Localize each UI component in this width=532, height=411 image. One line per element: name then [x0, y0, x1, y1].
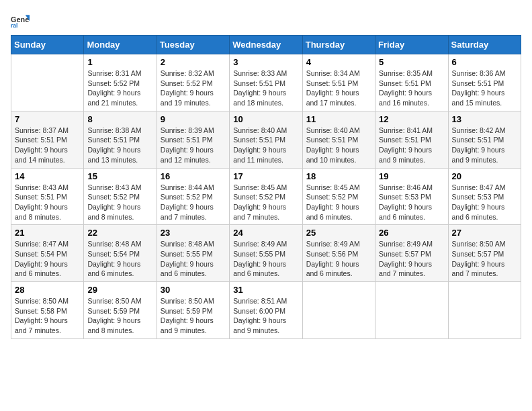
- day-info: Sunrise: 8:49 AMSunset: 5:56 PMDaylight:…: [306, 239, 371, 279]
- calendar-cell: 28Sunrise: 8:50 AMSunset: 5:58 PMDayligh…: [11, 282, 84, 339]
- day-info: Sunrise: 8:45 AMSunset: 5:52 PMDaylight:…: [306, 183, 371, 222]
- day-number: 25: [306, 228, 371, 238]
- day-number: 8: [87, 114, 152, 124]
- day-number: 24: [233, 228, 298, 238]
- calendar-cell: 1Sunrise: 8:31 AMSunset: 5:52 PMDaylight…: [84, 54, 157, 111]
- svg-text:ral: ral: [11, 22, 17, 29]
- logo: Gene ral: [11, 11, 31, 30]
- day-info: Sunrise: 8:38 AMSunset: 5:51 PMDaylight:…: [87, 126, 152, 165]
- calendar-table: SundayMondayTuesdayWednesdayThursdayFrid…: [11, 35, 521, 339]
- day-info: Sunrise: 8:49 AMSunset: 5:55 PMDaylight:…: [233, 239, 298, 279]
- day-info: Sunrise: 8:50 AMSunset: 5:57 PMDaylight:…: [452, 239, 517, 279]
- day-number: 29: [87, 285, 152, 295]
- day-number: 31: [233, 285, 298, 295]
- day-number: 26: [379, 228, 444, 238]
- calendar-cell: 31Sunrise: 8:51 AMSunset: 6:00 PMDayligh…: [230, 282, 302, 339]
- day-info: Sunrise: 8:50 AMSunset: 5:58 PMDaylight:…: [15, 296, 80, 336]
- day-number: 3: [233, 57, 298, 67]
- day-number: 7: [15, 114, 80, 124]
- day-info: Sunrise: 8:40 AMSunset: 5:51 PMDaylight:…: [233, 126, 298, 165]
- day-number: 16: [161, 171, 226, 181]
- day-number: 19: [379, 171, 444, 181]
- calendar-cell: 29Sunrise: 8:50 AMSunset: 5:59 PMDayligh…: [84, 282, 157, 339]
- day-header-sunday: Sunday: [11, 36, 84, 54]
- day-info: Sunrise: 8:48 AMSunset: 5:55 PMDaylight:…: [161, 239, 226, 279]
- day-number: 11: [306, 114, 371, 124]
- day-info: Sunrise: 8:42 AMSunset: 5:51 PMDaylight:…: [452, 126, 517, 165]
- calendar-cell: 25Sunrise: 8:49 AMSunset: 5:56 PMDayligh…: [302, 225, 375, 282]
- day-header-tuesday: Tuesday: [157, 36, 229, 54]
- calendar-cell: 7Sunrise: 8:37 AMSunset: 5:51 PMDaylight…: [11, 111, 84, 168]
- day-number: 6: [452, 57, 517, 67]
- week-row-3: 21Sunrise: 8:47 AMSunset: 5:54 PMDayligh…: [11, 225, 521, 282]
- calendar-cell: 16Sunrise: 8:44 AMSunset: 5:52 PMDayligh…: [157, 168, 229, 225]
- day-number: 14: [15, 171, 80, 181]
- day-number: 2: [161, 57, 226, 67]
- day-number: 28: [15, 285, 80, 295]
- day-number: 15: [87, 171, 152, 181]
- calendar-cell: 26Sunrise: 8:49 AMSunset: 5:57 PMDayligh…: [375, 225, 448, 282]
- calendar-cell: 22Sunrise: 8:48 AMSunset: 5:54 PMDayligh…: [84, 225, 157, 282]
- day-info: Sunrise: 8:45 AMSunset: 5:52 PMDaylight:…: [233, 183, 298, 222]
- day-info: Sunrise: 8:43 AMSunset: 5:52 PMDaylight:…: [87, 183, 152, 222]
- week-row-1: 7Sunrise: 8:37 AMSunset: 5:51 PMDaylight…: [11, 111, 521, 168]
- calendar-cell: 2Sunrise: 8:32 AMSunset: 5:52 PMDaylight…: [157, 54, 229, 111]
- calendar-cell: 8Sunrise: 8:38 AMSunset: 5:51 PMDaylight…: [84, 111, 157, 168]
- day-number: 9: [161, 114, 226, 124]
- day-header-saturday: Saturday: [448, 36, 521, 54]
- calendar-cell: 10Sunrise: 8:40 AMSunset: 5:51 PMDayligh…: [230, 111, 302, 168]
- day-info: Sunrise: 8:50 AMSunset: 5:59 PMDaylight:…: [161, 296, 226, 336]
- calendar-cell: 23Sunrise: 8:48 AMSunset: 5:55 PMDayligh…: [157, 225, 229, 282]
- day-number: 21: [15, 228, 80, 238]
- calendar-cell: 17Sunrise: 8:45 AMSunset: 5:52 PMDayligh…: [230, 168, 302, 225]
- day-number: 18: [306, 171, 371, 181]
- day-header-wednesday: Wednesday: [230, 36, 302, 54]
- day-info: Sunrise: 8:44 AMSunset: 5:52 PMDaylight:…: [161, 183, 226, 222]
- calendar-cell: 5Sunrise: 8:35 AMSunset: 5:51 PMDaylight…: [375, 54, 448, 111]
- day-number: 23: [161, 228, 226, 238]
- day-info: Sunrise: 8:46 AMSunset: 5:53 PMDaylight:…: [379, 183, 444, 222]
- week-row-0: 1Sunrise: 8:31 AMSunset: 5:52 PMDaylight…: [11, 54, 521, 111]
- calendar-cell: 30Sunrise: 8:50 AMSunset: 5:59 PMDayligh…: [157, 282, 229, 339]
- calendar-cell: [375, 282, 448, 339]
- day-info: Sunrise: 8:36 AMSunset: 5:51 PMDaylight:…: [452, 68, 517, 108]
- calendar-cell: 18Sunrise: 8:45 AMSunset: 5:52 PMDayligh…: [302, 168, 375, 225]
- day-number: 17: [233, 171, 298, 181]
- calendar-cell: 15Sunrise: 8:43 AMSunset: 5:52 PMDayligh…: [84, 168, 157, 225]
- day-header-friday: Friday: [375, 36, 448, 54]
- day-number: 10: [233, 114, 298, 124]
- calendar-cell: 21Sunrise: 8:47 AMSunset: 5:54 PMDayligh…: [11, 225, 84, 282]
- day-info: Sunrise: 8:34 AMSunset: 5:51 PMDaylight:…: [306, 68, 371, 108]
- calendar-cell: 9Sunrise: 8:39 AMSunset: 5:51 PMDaylight…: [157, 111, 229, 168]
- day-header-monday: Monday: [84, 36, 157, 54]
- calendar-cell: 24Sunrise: 8:49 AMSunset: 5:55 PMDayligh…: [230, 225, 302, 282]
- day-number: 27: [452, 228, 517, 238]
- day-number: 30: [161, 285, 226, 295]
- calendar-cell: 3Sunrise: 8:33 AMSunset: 5:51 PMDaylight…: [230, 54, 302, 111]
- day-info: Sunrise: 8:37 AMSunset: 5:51 PMDaylight:…: [15, 126, 80, 165]
- calendar-cell: 4Sunrise: 8:34 AMSunset: 5:51 PMDaylight…: [302, 54, 375, 111]
- calendar-cell: 11Sunrise: 8:40 AMSunset: 5:51 PMDayligh…: [302, 111, 375, 168]
- day-info: Sunrise: 8:51 AMSunset: 6:00 PMDaylight:…: [233, 296, 298, 336]
- day-info: Sunrise: 8:47 AMSunset: 5:53 PMDaylight:…: [452, 183, 517, 222]
- day-info: Sunrise: 8:31 AMSunset: 5:52 PMDaylight:…: [87, 68, 152, 108]
- day-info: Sunrise: 8:39 AMSunset: 5:51 PMDaylight:…: [161, 126, 226, 165]
- day-info: Sunrise: 8:32 AMSunset: 5:52 PMDaylight:…: [161, 68, 226, 108]
- day-info: Sunrise: 8:41 AMSunset: 5:51 PMDaylight:…: [379, 126, 444, 165]
- logo-icon: Gene ral: [11, 11, 30, 30]
- day-info: Sunrise: 8:48 AMSunset: 5:54 PMDaylight:…: [87, 239, 152, 279]
- week-row-4: 28Sunrise: 8:50 AMSunset: 5:58 PMDayligh…: [11, 282, 521, 339]
- calendar-cell: 20Sunrise: 8:47 AMSunset: 5:53 PMDayligh…: [448, 168, 521, 225]
- day-info: Sunrise: 8:35 AMSunset: 5:51 PMDaylight:…: [379, 68, 444, 108]
- day-info: Sunrise: 8:47 AMSunset: 5:54 PMDaylight:…: [15, 239, 80, 279]
- calendar-cell: [302, 282, 375, 339]
- day-header-thursday: Thursday: [302, 36, 375, 54]
- calendar-cell: 6Sunrise: 8:36 AMSunset: 5:51 PMDaylight…: [448, 54, 521, 111]
- page-header: Gene ral: [11, 11, 521, 30]
- calendar-cell: [11, 54, 84, 111]
- day-number: 12: [379, 114, 444, 124]
- day-info: Sunrise: 8:40 AMSunset: 5:51 PMDaylight:…: [306, 126, 371, 165]
- day-number: 4: [306, 57, 371, 67]
- day-number: 5: [379, 57, 444, 67]
- calendar-cell: 19Sunrise: 8:46 AMSunset: 5:53 PMDayligh…: [375, 168, 448, 225]
